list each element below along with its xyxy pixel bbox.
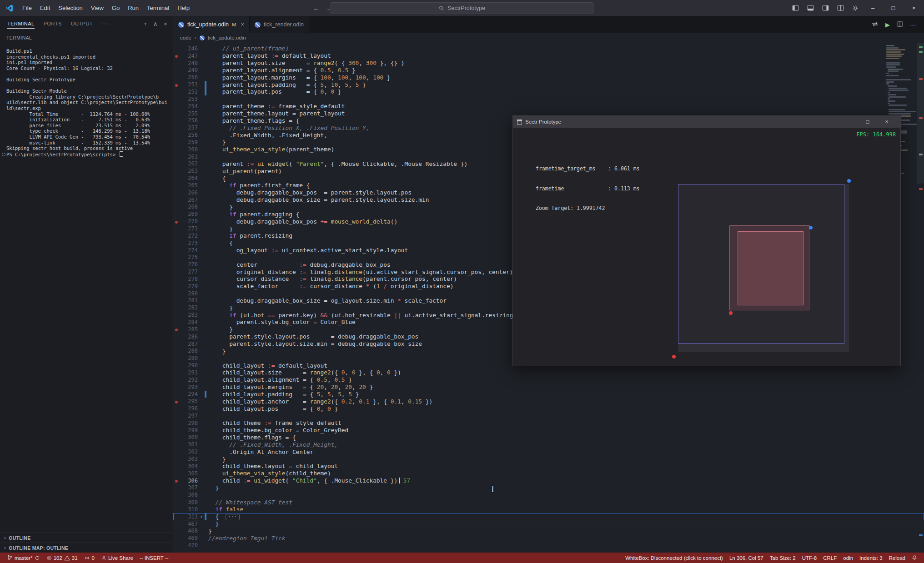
panel-tab-output[interactable]: OUTPUT xyxy=(71,19,93,28)
code-line[interactable]: 301 // .Fixed_Width, .Fixed_Height, xyxy=(173,441,924,448)
breadcrumb[interactable]: code › tick_update.odin xyxy=(173,33,924,43)
code-line[interactable]: 291 child_layout.size = range2({ 0, 0 },… xyxy=(173,369,924,376)
child-widget-box[interactable] xyxy=(738,231,803,305)
code-line[interactable]: 308 xyxy=(173,491,924,498)
code-line[interactable]: 249 parent_layout.alignment = { 0.5, 0.5… xyxy=(173,67,924,74)
menu-run[interactable]: Run xyxy=(124,0,143,16)
overlay-viewport[interactable]: FPS: 164.998 frametime_target_ms : 6.061… xyxy=(513,128,900,366)
gutter-marker-column[interactable] xyxy=(173,52,180,59)
code-line[interactable]: 253 xyxy=(173,95,924,103)
command-center-search[interactable]: SectrPrototype xyxy=(330,2,594,14)
tab-tick-update[interactable]: tick_update.odin M × xyxy=(173,16,250,33)
menu-help[interactable]: Help xyxy=(173,0,194,16)
code-line[interactable]: 300 child_theme.flags = { xyxy=(173,434,924,441)
code-line[interactable]: 307 } xyxy=(173,484,924,491)
close-tab-icon[interactable]: × xyxy=(241,21,244,28)
breadcrumb-file[interactable]: tick_update.odin xyxy=(208,35,246,40)
code-line[interactable]: 254 parent_theme := frame_style_default xyxy=(173,103,924,110)
panel-tab-terminal[interactable]: TERMINAL xyxy=(7,19,35,29)
problems-indicator[interactable]: 102 31 xyxy=(43,555,81,561)
git-branch-indicator[interactable]: master* xyxy=(4,555,43,561)
language-mode-indicator[interactable]: odin xyxy=(840,555,856,561)
outline-map-section-header[interactable]: › OUTLINE MAP: OUTLINE xyxy=(0,543,173,553)
tab-size-indicator[interactable]: Tab Size: 2 xyxy=(767,555,799,561)
menu-selection[interactable]: Selection xyxy=(54,0,86,16)
maximize-panel-icon[interactable]: ∧ xyxy=(153,20,158,27)
code-line[interactable]: 311› { ··· xyxy=(173,513,924,520)
vim-mode-indicator[interactable]: -- INSERT -- xyxy=(136,555,171,561)
sync-changes-icon[interactable] xyxy=(35,555,40,561)
code-line[interactable]: 252 parent_layout.pos = { 0, 0 } xyxy=(173,88,924,95)
code-line[interactable]: 293 child_layout.margins = { 20, 20, 20,… xyxy=(173,384,924,391)
panel-tabs-overflow-icon[interactable]: ··· xyxy=(102,20,109,27)
folded-code-pill[interactable]: ··· xyxy=(226,514,240,520)
overlay-close-button[interactable]: × xyxy=(877,119,896,125)
customize-layout-icon[interactable] xyxy=(833,5,848,11)
code-line[interactable]: 251 parent_layout.padding = { 5, 10, 5, … xyxy=(173,81,924,88)
gutter-marker-column[interactable] xyxy=(173,477,180,484)
new-terminal-icon[interactable]: + xyxy=(144,20,147,27)
toggle-secondary-sidebar-icon[interactable] xyxy=(818,5,833,11)
code-line[interactable]: 294 child_layout.padding = { 5, 5, 5, 5 … xyxy=(173,391,924,398)
overlay-title-bar[interactable]: Sectr Prototype – □ × xyxy=(513,116,900,128)
code-line[interactable]: 292 child_layout.alignment = { 0.5, 0.5 … xyxy=(173,376,924,384)
close-panel-icon[interactable]: × xyxy=(164,20,167,27)
menu-file[interactable]: File xyxy=(18,0,36,16)
code-line[interactable]: 250 parent_layout.margins = { 100, 100, … xyxy=(173,74,924,81)
code-line[interactable]: 296 child_layout.pos = { 0, 0 } xyxy=(173,405,924,412)
code-line[interactable]: 298 child_theme := frame_style_default xyxy=(173,419,924,427)
code-line[interactable]: 305 ui_theme_via_style(child_theme) xyxy=(173,470,924,477)
whitebox-status[interactable]: WhiteBox: Disconnected (click to connect… xyxy=(622,555,726,561)
menu-go[interactable]: Go xyxy=(108,0,124,16)
code-line[interactable]: 309 // Whitespace AST test xyxy=(173,498,924,506)
gutter-marker-column[interactable] xyxy=(173,81,180,88)
window-minimize-button[interactable]: – xyxy=(863,0,883,16)
open-changes-icon[interactable] xyxy=(872,21,879,28)
settings-gear-icon[interactable] xyxy=(848,5,863,11)
split-editor-icon[interactable] xyxy=(897,21,903,28)
panel-tab-ports[interactable]: PORTS xyxy=(44,19,62,28)
reload-button[interactable]: Reload xyxy=(886,555,909,561)
menu-view[interactable]: View xyxy=(87,0,108,16)
code-line[interactable]: 297 xyxy=(173,412,924,419)
gutter-marker-column[interactable] xyxy=(173,218,180,225)
cursor-position-indicator[interactable]: Ln 306, Col 57 xyxy=(726,555,767,561)
code-line[interactable]: 248 parent_layout.size = range2( { 300, … xyxy=(173,60,924,67)
code-line[interactable]: 306 child := ui_widget( "Child", { .Mous… xyxy=(173,477,924,484)
code-line[interactable]: 469//endregion Imgui Tick xyxy=(173,534,924,542)
gutter-marker-column[interactable] xyxy=(173,326,180,333)
code-line[interactable]: 246 // ui_parent(frame) xyxy=(173,45,924,52)
notifications-bell[interactable] xyxy=(909,555,920,561)
code-line[interactable]: 302 .Origin_At_Anchor_Center xyxy=(173,448,924,455)
window-maximize-button[interactable]: □ xyxy=(883,0,904,16)
code-line[interactable]: 467 } xyxy=(173,520,924,528)
code-line[interactable]: 247 parent_layout := default_layout xyxy=(173,52,924,60)
code-line[interactable]: 304 child_theme.layout = child_layout xyxy=(173,463,924,470)
menu-edit[interactable]: Edit xyxy=(36,0,54,16)
run-file-button[interactable]: ▶ xyxy=(885,21,890,28)
breadcrumb-folder[interactable]: code xyxy=(180,35,191,40)
sectr-prototype-window[interactable]: Sectr Prototype – □ × FPS: 164.998 frame… xyxy=(512,115,901,366)
more-actions-icon[interactable]: ··· xyxy=(910,21,916,28)
code-line[interactable]: 470 xyxy=(173,542,924,549)
ports-indicator[interactable]: 0 xyxy=(81,555,98,561)
tab-tick-render[interactable]: tick_render.odin xyxy=(250,16,309,33)
menu-terminal[interactable]: Terminal xyxy=(143,0,173,16)
encoding-indicator[interactable]: UTF-8 xyxy=(799,555,820,561)
window-close-button[interactable]: × xyxy=(904,0,924,16)
gutter-marker-column[interactable] xyxy=(173,398,180,405)
fold-chevron-icon[interactable]: › xyxy=(198,513,205,520)
indents-indicator[interactable]: Indents: 3 xyxy=(856,555,886,561)
overlay-minimize-button[interactable]: – xyxy=(839,119,858,125)
outline-section-header[interactable]: › OUTLINE xyxy=(0,533,173,543)
code-line[interactable]: 299 child_theme.bg_color = Color_GreyRed xyxy=(173,427,924,434)
eol-indicator[interactable]: CRLF xyxy=(820,555,840,561)
code-line[interactable]: 468} xyxy=(173,528,924,535)
code-line[interactable]: 310 if false xyxy=(173,506,924,513)
nav-back-icon[interactable]: ← xyxy=(313,4,320,12)
code-line[interactable]: 303 } xyxy=(173,455,924,463)
overlay-maximize-button[interactable]: □ xyxy=(858,119,877,125)
code-line[interactable]: 295 child_layout.anchor = range2({ 0.2, … xyxy=(173,398,924,405)
terminal-output[interactable]: Build.ps1incremental_checks.ps1 imported… xyxy=(0,45,173,503)
toggle-sidebar-icon[interactable] xyxy=(788,5,803,11)
